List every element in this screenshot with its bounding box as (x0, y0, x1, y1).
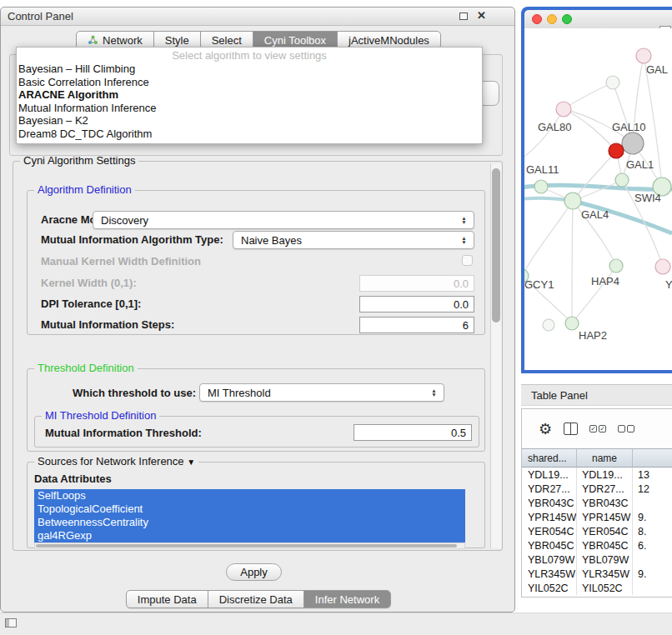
table-row[interactable]: YPR145W YPR145W 9. (522, 510, 672, 524)
table-row[interactable]: YBR045C YBR045C 6. (522, 538, 672, 552)
node-label-hap2: HAP2 (579, 329, 607, 342)
tab-jactivemnodules[interactable]: jActiveMNodules (338, 32, 440, 48)
table-header-row: shared... name (522, 448, 672, 468)
algorithm-option[interactable]: Bayesian – Hill Climbing (17, 62, 482, 76)
dpi-tolerance-field[interactable]: 0.0 (359, 296, 474, 312)
attribute-item-selected[interactable]: SelfLoops (34, 489, 465, 502)
table-row[interactable]: YBR043C YBR043C (522, 496, 672, 510)
cell: 13 (632, 468, 672, 482)
minimized-panel-icon[interactable] (5, 618, 17, 628)
cell (632, 496, 672, 510)
node-pale[interactable] (606, 76, 619, 89)
tab-select[interactable]: Select (201, 32, 253, 48)
node-gal10[interactable] (622, 132, 644, 154)
cell: YBR045C (576, 538, 632, 552)
sources-title[interactable]: Sources for Network Inference ▼ (34, 455, 198, 468)
column-header-name[interactable]: name (576, 449, 632, 467)
mi-type-select[interactable]: Naive Bayes ▲▼ (233, 231, 474, 249)
which-threshold-select[interactable]: MI Threshold ▲▼ (199, 383, 444, 402)
node-label-gal: GAL (646, 63, 668, 76)
minimize-window-icon[interactable] (547, 14, 557, 24)
gear-icon[interactable]: ⚙ (539, 422, 552, 437)
attribute-item-selected[interactable]: BetweennessCentrality (34, 516, 465, 529)
cell (632, 581, 672, 595)
mi-type-label: Mutual Information Algorithm Type: (41, 233, 223, 246)
network-canvas[interactable]: GAL GAL80 GAL10 GAL11 GAL1 SWI4 GAL4 GCY… (524, 28, 672, 370)
node-gal80[interactable] (556, 102, 571, 117)
network-edge[interactable] (524, 109, 564, 163)
tab-impute-data[interactable]: Impute Data (127, 591, 208, 608)
cell: YLR345W (576, 567, 632, 581)
manual-kernel-checkbox (462, 255, 473, 266)
control-panel-title: Control Panel (1, 10, 73, 22)
algorithm-option[interactable]: Basic Correlation Inference (17, 76, 482, 89)
node-hap2[interactable] (565, 317, 579, 330)
attribute-item-selected[interactable]: TopologicalCoefficient (34, 502, 465, 516)
select-all-icon[interactable]: ✓✓ (589, 425, 606, 432)
mi-steps-field[interactable]: 6 (359, 317, 474, 333)
node-label-gal80: GAL80 (538, 121, 571, 133)
node-label-gal10: GAL10 (612, 121, 645, 133)
apply-button[interactable]: Apply (226, 563, 282, 581)
column-header-shared-name[interactable]: shared... (522, 449, 576, 467)
cell: 6. (632, 538, 672, 552)
cell: YDR27... (576, 482, 632, 496)
tab-network[interactable]: Network (77, 32, 154, 48)
node-red[interactable] (609, 143, 624, 158)
table-body: YDL19... YDL19... 13 YDR27... YDR27... 1… (522, 468, 672, 595)
table-row[interactable]: YIL052C YIL052C (522, 581, 672, 595)
network-view-window: GAL GAL80 GAL10 GAL11 GAL1 SWI4 GAL4 GCY… (521, 7, 672, 373)
mi-threshold-field[interactable]: 0.5 (354, 424, 472, 441)
control-panel-window: Control Panel ✕ Network (0, 7, 515, 612)
table-row[interactable]: YDR27... YDR27... 12 (522, 482, 672, 496)
network-edge[interactable] (524, 201, 573, 276)
node-gal4[interactable] (564, 192, 581, 209)
node-label-hap4: HAP4 (591, 275, 619, 288)
node-pale[interactable] (543, 319, 554, 331)
data-attributes-label: Data Attributes (34, 472, 112, 485)
close-window-icon[interactable] (532, 14, 542, 24)
desktop: Control Panel ✕ Network (0, 0, 672, 635)
node-gal[interactable] (636, 48, 651, 63)
scrollbar-thumb[interactable] (36, 544, 457, 548)
network-edge[interactable] (573, 151, 616, 201)
cell: YLR345W (522, 567, 576, 581)
table-row[interactable]: YBL079W YBL079W (522, 552, 672, 567)
zoom-window-icon[interactable] (562, 14, 572, 24)
data-attributes-list[interactable]: SelfLoops TopologicalCoefficient Between… (34, 489, 465, 542)
algorithm-option[interactable]: Dream8 DC_TDC Algorithm (17, 128, 482, 141)
network-window-titlebar[interactable] (524, 10, 672, 28)
tab-cyni-toolbox[interactable]: Cyni Toolbox (253, 32, 338, 48)
combo-arrows-icon: ▲▼ (428, 388, 440, 398)
deselect-all-icon[interactable] (618, 425, 634, 432)
combo-arrows-icon: ▲▼ (458, 216, 470, 225)
float-window-icon[interactable] (459, 12, 468, 20)
column-header[interactable] (632, 449, 672, 467)
table-row[interactable]: YLR345W YLR345W 9. (522, 567, 672, 581)
node-hap4[interactable] (609, 259, 623, 272)
attributes-hscrollbar[interactable] (34, 542, 465, 549)
node-label-gal4: GAL4 (581, 208, 609, 221)
node-green[interactable] (534, 180, 548, 193)
network-edge[interactable] (572, 201, 573, 323)
algorithm-option-selected[interactable]: ARACNE Algorithm (17, 88, 482, 102)
tab-infer-network[interactable]: Infer Network (304, 591, 390, 608)
algorithm-option[interactable]: Bayesian – K2 (17, 114, 482, 128)
attribute-item-selected[interactable]: gal4RGexp (34, 529, 465, 542)
cell: YPR145W (576, 510, 632, 524)
columns-icon[interactable] (564, 422, 578, 435)
scrollbar-thumb[interactable] (492, 168, 500, 322)
network-edge[interactable] (564, 82, 613, 109)
node-pink[interactable] (655, 259, 670, 274)
aracne-mode-select[interactable]: Discovery ▲▼ (93, 211, 474, 229)
close-panel-icon[interactable]: ✕ (477, 11, 486, 21)
control-panel-titlebar[interactable]: Control Panel ✕ (1, 8, 514, 26)
table-toolbar: ⚙ ✓✓ (522, 409, 672, 448)
table-row[interactable]: YER054C YER054C 8. (522, 524, 672, 538)
table-row[interactable]: YDL19... YDL19... 13 (522, 468, 672, 482)
node-gal1[interactable] (615, 173, 629, 187)
tab-discretize-data[interactable]: Discretize Data (208, 591, 304, 608)
algorithm-option[interactable]: Mutual Information Inference (17, 102, 482, 115)
settings-scrollbar[interactable] (490, 163, 501, 548)
tab-style[interactable]: Style (154, 32, 201, 48)
